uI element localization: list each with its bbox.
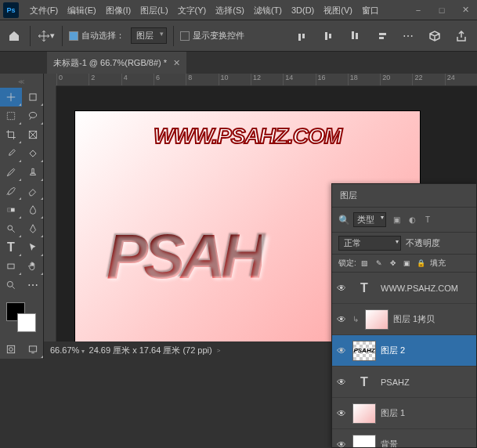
blend-mode-dd[interactable]: 正常 — [338, 236, 401, 251]
marquee-tool[interactable] — [0, 107, 22, 125]
align-top-icon[interactable] — [292, 27, 311, 45]
lasso-tool[interactable] — [22, 107, 44, 125]
zoom-tool[interactable] — [0, 276, 22, 294]
edit-toolbar[interactable]: ⋯ — [22, 276, 44, 294]
filter-type-dd[interactable]: 类型 — [353, 212, 386, 227]
main-text: PSAH — [107, 221, 262, 293]
quickmask-tool[interactable] — [0, 340, 22, 359]
lock-brush-icon[interactable]: ✎ — [374, 259, 385, 267]
menu-image[interactable]: 图像(I) — [101, 0, 136, 20]
menu-filter[interactable]: 滤镜(T) — [249, 0, 287, 20]
layer-name[interactable]: WWW.PSAHZ.COM — [381, 284, 473, 293]
visibility-icon[interactable]: 👁 — [335, 408, 348, 419]
filter-adjust-icon[interactable]: ◐ — [407, 215, 417, 226]
layer-row[interactable]: 👁 T WWW.PSAHZ.COM — [332, 273, 476, 304]
zoom-level[interactable]: 66.67% — [50, 345, 85, 355]
layer-row[interactable]: 👁 背景 — [332, 429, 476, 447]
ruler-origin[interactable] — [44, 74, 56, 86]
screenmode-tool[interactable] — [22, 340, 44, 359]
filter-pixel-icon[interactable]: ▣ — [391, 215, 402, 226]
watermark-text: WWW.PSAHZ.COM — [75, 124, 420, 149]
layer-row[interactable]: 👁 T PSAHZ — [332, 367, 476, 398]
artboard-tool[interactable] — [22, 88, 44, 107]
layer-row[interactable]: 👁 图层 1 — [332, 398, 476, 429]
layer-thumb — [352, 403, 376, 424]
layer-name[interactable]: 图层 1 — [381, 407, 473, 419]
gradient-tool[interactable] — [0, 201, 22, 219]
visibility-icon[interactable]: 👁 — [335, 283, 348, 294]
layer-thumb — [365, 309, 388, 330]
move-tool[interactable] — [0, 88, 22, 107]
layer-thumb — [352, 341, 376, 361]
layer-row[interactable]: 👁 图层 2 — [332, 335, 476, 367]
move-tool-icon[interactable]: ▾ — [37, 27, 56, 45]
svg-rect-8 — [8, 264, 14, 269]
pen-tool[interactable] — [22, 219, 44, 238]
search-icon[interactable]: 🔍 — [338, 215, 350, 226]
blur-tool[interactable] — [22, 201, 44, 219]
auto-select-dd[interactable]: 图层 — [131, 27, 167, 44]
layers-tab[interactable]: 图层 — [332, 184, 476, 208]
show-transform-check[interactable]: 显示变换控件 — [180, 30, 244, 42]
share-icon[interactable] — [452, 27, 471, 45]
menu-view[interactable]: 视图(V) — [319, 0, 357, 20]
window-maximize[interactable]: □ — [430, 0, 454, 20]
layer-thumb — [352, 435, 376, 448]
menu-file[interactable]: 文件(F) — [25, 0, 63, 20]
layer-name[interactable]: 图层 2 — [381, 345, 473, 356]
background-color[interactable] — [17, 313, 36, 332]
window-close[interactable]: ✕ — [454, 0, 477, 20]
ruler-horizontal[interactable]: 024681012141618202224 — [56, 74, 477, 86]
align-bottom-icon[interactable] — [345, 27, 364, 45]
visibility-icon[interactable]: 👁 — [335, 314, 348, 325]
eyedropper-tool[interactable] — [0, 144, 22, 163]
filter-type-icon[interactable]: T — [422, 215, 433, 226]
more-icon[interactable]: ⋯ — [399, 27, 417, 45]
menu-edit[interactable]: 编辑(E) — [63, 0, 101, 20]
document-tab[interactable]: 未标题-1 @ 66.7%(RGB/8#) * ✕ — [47, 52, 186, 74]
align-vcenter-icon[interactable] — [319, 27, 338, 45]
svg-rect-12 — [29, 346, 36, 352]
crop-tool[interactable] — [0, 125, 22, 144]
dodge-tool[interactable] — [0, 219, 22, 238]
close-icon[interactable]: ✕ — [173, 58, 180, 68]
hand-tool[interactable] — [22, 257, 44, 276]
layer-name[interactable]: 图层 1拷贝 — [393, 313, 473, 325]
auto-select-check[interactable]: 自动选择： — [69, 30, 125, 42]
type-tool[interactable]: T — [0, 238, 22, 257]
3d-icon[interactable] — [425, 27, 444, 45]
layer-row[interactable]: 👁 ↳ 图层 1拷贝 — [332, 304, 476, 335]
menu-select[interactable]: 选择(S) — [211, 0, 249, 20]
ruler-vertical[interactable] — [44, 86, 56, 359]
menubar: Ps 文件(F) 编辑(E) 图像(I) 图层(L) 文字(Y) 选择(S) 滤… — [0, 0, 477, 20]
rectangle-tool[interactable] — [0, 257, 22, 276]
window-minimize[interactable]: − — [407, 0, 430, 20]
history-brush-tool[interactable] — [0, 182, 22, 201]
layer-list: 👁 T WWW.PSAHZ.COM 👁 ↳ 图层 1拷贝 👁 图层 2 👁 T … — [332, 273, 476, 447]
svg-point-7 — [8, 226, 13, 230]
home-icon[interactable] — [5, 27, 23, 45]
brush-tool[interactable] — [0, 163, 22, 182]
menu-layer[interactable]: 图层(L) — [136, 0, 172, 20]
layer-name[interactable]: PSAHZ — [381, 378, 473, 387]
visibility-icon[interactable]: 👁 — [335, 439, 348, 448]
lock-all-icon[interactable]: 🔒 — [416, 259, 427, 267]
color-swatches[interactable] — [0, 299, 43, 340]
menu-window[interactable]: 窗口 — [357, 0, 384, 20]
lock-artboard-icon[interactable]: ▣ — [402, 259, 413, 267]
layer-name[interactable]: 背景 — [381, 439, 473, 447]
align-left-icon[interactable] — [372, 27, 391, 45]
lock-position-icon[interactable]: ✥ — [388, 259, 399, 267]
visibility-icon[interactable]: 👁 — [335, 377, 348, 388]
healing-tool[interactable] — [22, 144, 44, 163]
menu-3d[interactable]: 3D(D) — [287, 0, 319, 20]
visibility-icon[interactable]: 👁 — [335, 345, 348, 356]
menu-type[interactable]: 文字(Y) — [173, 0, 211, 20]
blend-mode-row: 正常 不透明度 — [332, 233, 476, 255]
frame-tool[interactable] — [22, 125, 44, 144]
path-select-tool[interactable] — [22, 238, 44, 257]
fill-label: 填充 — [430, 258, 446, 269]
stamp-tool[interactable] — [22, 163, 44, 182]
eraser-tool[interactable] — [22, 182, 44, 201]
lock-pixels-icon[interactable]: ▧ — [360, 259, 370, 267]
